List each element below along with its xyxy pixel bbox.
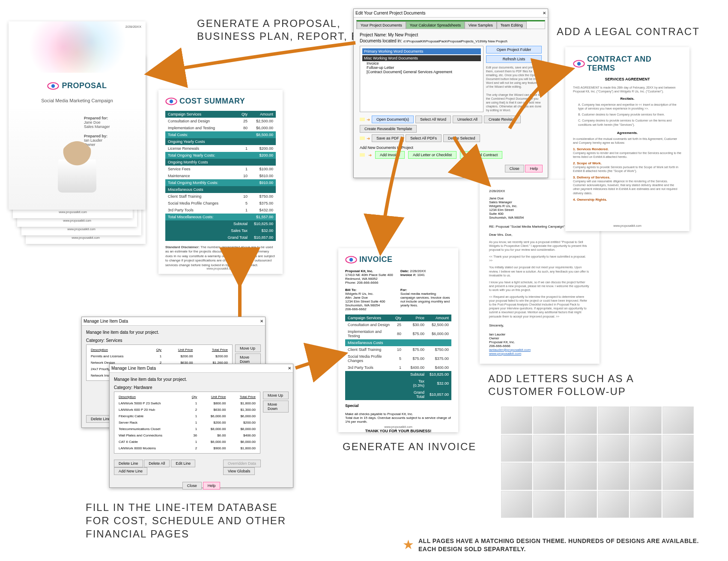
prepared-by-title: Owner	[84, 142, 146, 147]
contract-doc: CONTRACT AND TERMS SERVICES AGREEMENT TH…	[565, 47, 689, 231]
tab-project-docs[interactable]: Your Project Documents	[357, 21, 406, 29]
proposal-cover: 2/28/20XX PROPOSAL Social Media Marketin…	[9, 21, 146, 210]
project-name-label: Project Name:	[360, 33, 387, 37]
delete-selected-button[interactable]: Delete Selected	[443, 134, 480, 142]
tab-team[interactable]: Team Editing	[497, 21, 527, 29]
proposal-title: Social Media Marketing Campaign	[9, 98, 146, 103]
label-add-letters: ADD LETTERS SUCH AS A CUSTOMER FOLLOW-UP	[488, 372, 651, 398]
label-fill-lineitems: FILL IN THE LINE-ITEM DATABASE FOR COST,…	[86, 501, 300, 541]
add-new-label: Add New Documents to Project	[360, 145, 542, 150]
delete-all-button[interactable]: Delete All	[144, 460, 170, 467]
star-icon: ★	[403, 537, 414, 552]
edit-project-dialog: Edit Your Current Project Documents ✕ Yo…	[353, 9, 548, 178]
svg-point-7	[577, 62, 581, 65]
create-revision-button[interactable]: Create Revision	[484, 116, 521, 123]
prepared-by-label: Prepared by:	[84, 134, 146, 138]
contract-title: CONTRACT AND TERMS	[587, 55, 682, 73]
reusable-template-button[interactable]: Create Reuseable Template	[360, 125, 417, 133]
moveup-button[interactable]: Move Up	[263, 392, 289, 399]
lineitem-dialog-2: Manage Line Item Data✕ Manage line item …	[109, 364, 293, 488]
footnote-row: ★ ALL PAGES HAVE A MATCHING DESIGN THEME…	[403, 537, 710, 553]
cover-art	[9, 21, 146, 73]
select-word-button[interactable]: Select All Word	[415, 116, 451, 123]
close-icon[interactable]: ✕	[260, 319, 263, 324]
eye-icon	[345, 255, 357, 264]
cost-summary-table: Campaign ServicesQtyAmount Consultation …	[165, 111, 276, 241]
movedown-button[interactable]: Move Down	[263, 401, 289, 413]
close-button[interactable]: Close	[182, 482, 202, 490]
invoice-terms: Make all checks payable to Proposal Kit,…	[345, 412, 451, 424]
invoice-thanks: THANK YOU FOR YOUR BUSINESS!	[345, 429, 451, 433]
add-invoice-button[interactable]: Add Invoice	[375, 151, 405, 159]
add-letter-button[interactable]: Add Letter or Checklist	[408, 151, 456, 159]
dialog-help-text: Edit your documents, save and print them…	[486, 65, 542, 112]
invoice-title: INVOICE	[359, 255, 393, 264]
prepared-for-name: Jane Doe	[84, 120, 146, 125]
close-icon[interactable]: ✕	[288, 366, 291, 371]
add-line-button[interactable]: Add New Line	[114, 467, 147, 475]
cover-date: 2/28/20XX	[125, 25, 141, 29]
proposal-brand: PROPOSAL	[62, 81, 107, 90]
label-add-contract: ADD A LEGAL CONTRACT	[557, 26, 700, 38]
open-docs-button[interactable]: Open Document(s)	[372, 116, 414, 123]
cost-summary-doc: COST SUMMARY Campaign ServicesQtyAmount …	[158, 90, 283, 274]
prepared-by-name: Ian Lauder	[84, 138, 146, 142]
designs-collage	[501, 407, 694, 518]
close-button[interactable]: Close	[505, 165, 524, 172]
cost-summary-footer: www.proposalkit.com	[165, 267, 276, 270]
eye-icon	[165, 97, 177, 106]
globals-button[interactable]: View Globals	[223, 467, 255, 475]
tab-samples[interactable]: View Samples	[465, 21, 497, 29]
document-tree[interactable]: Primary Working Word Documents Misc Work…	[360, 46, 483, 112]
help-button[interactable]: Help	[525, 165, 543, 172]
moveup-button[interactable]: Move Up	[235, 344, 261, 352]
proposal-logo-row: PROPOSAL	[9, 81, 146, 90]
disclaimer-label: Standard Disclaimer:	[165, 245, 200, 249]
docs-location-value: d:\ProposalKit\ProposalPack\ProposalProj…	[403, 39, 507, 43]
svg-point-3	[170, 99, 173, 103]
save-pdf-button[interactable]: Save as PDF	[372, 134, 404, 142]
refresh-button[interactable]: Refresh Lists	[486, 55, 542, 63]
svg-point-1	[51, 84, 55, 87]
svg-point-5	[349, 258, 353, 261]
delete-line-button[interactable]: Delete Line	[114, 460, 143, 467]
open-folder-button[interactable]: Open Project Folder	[486, 46, 542, 53]
add-legal-button[interactable]: Add Legal Contract	[460, 151, 502, 159]
label-generate-invoice: GENERATE AN INVOICE	[343, 441, 476, 453]
tab-calc[interactable]: Your Calculator Spreadsheets	[406, 21, 465, 29]
invoice-doc: INVOICE Proposal Kit, Inc. 17410 NE 40th…	[338, 248, 458, 432]
cost-summary-title: COST SUMMARY	[179, 97, 245, 106]
dialog-title: Edit Your Current Project Documents	[355, 11, 425, 15]
edit-line-button[interactable]: Edit Line	[171, 460, 195, 467]
select-pdf-button[interactable]: Select All PDFs	[406, 134, 442, 142]
override-button[interactable]: Overridden Data	[223, 460, 261, 467]
close-icon[interactable]: ✕	[543, 11, 546, 15]
docs-location-label: Documents located in:	[360, 39, 402, 43]
eye-icon	[47, 82, 59, 90]
person-illustration	[58, 141, 96, 193]
prepared-for-label: Prepared for:	[84, 116, 146, 120]
eye-icon	[573, 59, 585, 68]
help-button[interactable]: Help	[203, 482, 221, 490]
project-name-value: My New Project	[388, 33, 418, 37]
unselect-button[interactable]: Unselect All	[453, 116, 482, 123]
prepared-for-title: Sales Manager	[84, 125, 146, 129]
footnote-text: ALL PAGES HAVE A MATCHING DESIGN THEME. …	[418, 537, 710, 553]
invoice-table: Campaign ServicesQtyPriceAmount Consulta…	[345, 315, 451, 400]
lineitem-grid-2[interactable]: DescriptionQtyUnit PriceTotal Price LANW…	[114, 392, 260, 454]
